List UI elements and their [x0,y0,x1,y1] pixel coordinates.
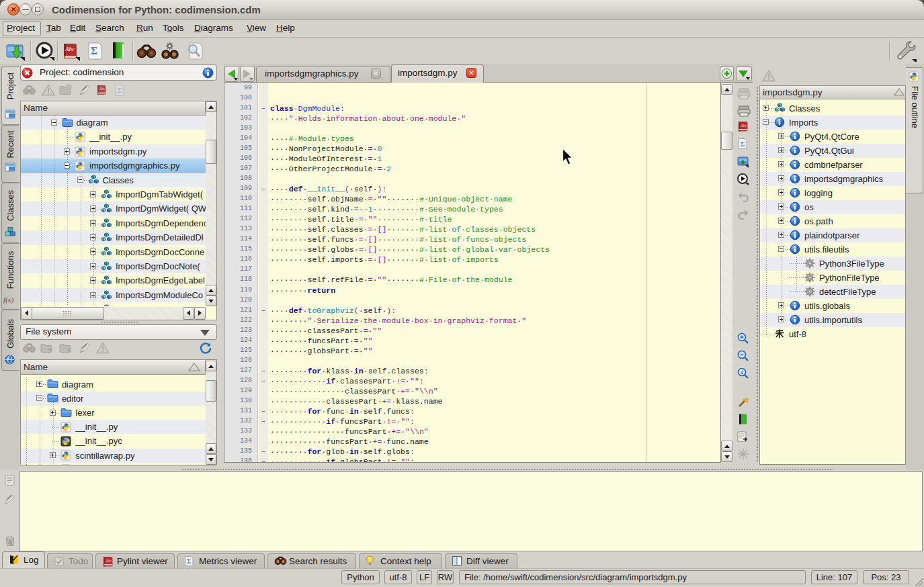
svg-text:Σ: Σ [91,45,97,56]
svg-text:Abc: Abc [105,559,112,563]
svg-text:Abc: Abc [99,87,106,91]
svg-text:Σ: Σ [118,87,122,94]
svg-text:Σ: Σ [741,140,745,148]
svg-text:Σ: Σ [187,558,191,565]
svg-text:Abc: Abc [740,124,747,128]
svg-text:1: 1 [741,370,743,375]
svg-text:Abc: Abc [65,46,75,52]
